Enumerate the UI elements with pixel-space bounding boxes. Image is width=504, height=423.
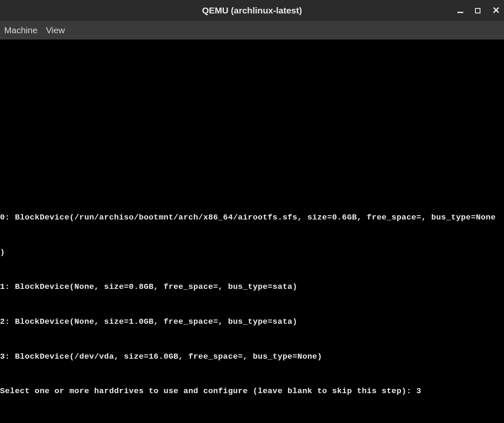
menu-view[interactable]: View	[46, 25, 65, 35]
terminal-line: 1: BlockDevice(None, size=0.8GB, free_sp…	[0, 281, 496, 293]
minimize-icon	[457, 12, 463, 13]
terminal-line: 2: BlockDevice(None, size=1.0GB, free_sp…	[0, 316, 496, 328]
terminal-line: 3: BlockDevice(/dev/vda, size=16.0GB, fr…	[0, 351, 496, 363]
terminal-prompt-line: Select one or more harddrives to use and…	[0, 386, 496, 397]
terminal-prompt: Select one or more harddrives to use and…	[0, 386, 416, 397]
titlebar: QEMU (archlinux-latest) ✕	[0, 0, 504, 21]
minimize-button[interactable]	[457, 8, 463, 13]
terminal-content: 0: BlockDevice(/run/archiso/bootmnt/arch…	[0, 189, 496, 420]
maximize-icon	[475, 8, 480, 13]
menu-machine[interactable]: Machine	[4, 25, 37, 35]
terminal-line: )	[0, 247, 496, 259]
close-icon: ✕	[492, 6, 500, 15]
terminal[interactable]: 0: BlockDevice(/run/archiso/bootmnt/arch…	[0, 40, 504, 423]
window-controls: ✕	[457, 6, 500, 15]
close-button[interactable]: ✕	[492, 6, 500, 15]
terminal-input[interactable]: 3	[416, 386, 421, 397]
menubar: Machine View	[0, 21, 504, 40]
terminal-line: 0: BlockDevice(/run/archiso/bootmnt/arch…	[0, 212, 496, 224]
maximize-button[interactable]	[475, 8, 480, 13]
window-title: QEMU (archlinux-latest)	[202, 5, 302, 16]
